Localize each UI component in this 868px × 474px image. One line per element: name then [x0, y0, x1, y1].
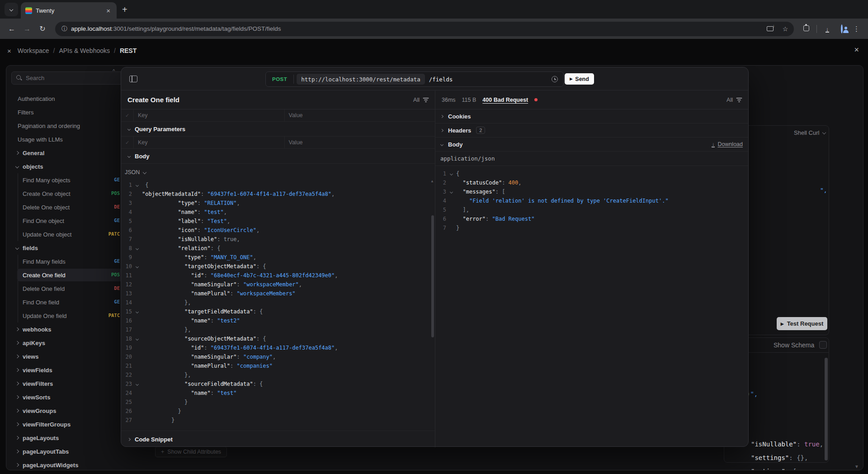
code-line[interactable]: 4 "name": "test",: [121, 208, 435, 217]
sidebar-item-pagelayouttabs[interactable]: pageLayoutTabs: [6, 445, 121, 458]
request-address-bar[interactable]: POST http://localhost:3000/rest/metadata…: [265, 71, 564, 87]
sidebar-item-find-one-field[interactable]: Find One fieldGE: [6, 295, 121, 309]
browser-tab[interactable]: Twenty ×: [21, 2, 117, 19]
breadcrumb-apis-webhooks[interactable]: APIs & Webhooks: [59, 47, 110, 54]
code-line[interactable]: 20 "nameSingular": "company",: [121, 352, 435, 361]
tab-search-button[interactable]: [5, 3, 18, 16]
code-line[interactable]: 6 "error": "Bad Request": [435, 214, 748, 223]
row-enabled-check-icon[interactable]: ✓: [121, 137, 133, 148]
scroll-up-caret-icon[interactable]: ▲: [430, 179, 434, 183]
send-button[interactable]: ▶ Send: [565, 73, 594, 85]
profile-avatar[interactable]: [836, 25, 848, 33]
sidebar-item-viewfiltergroups[interactable]: viewFilterGroups: [6, 417, 121, 431]
code-line[interactable]: 2"objectMetadataId": "69437fe1-6074-4f14…: [121, 190, 435, 199]
sidebar-item-update-one-object[interactable]: Update One objectPATC: [6, 228, 121, 241]
code-line[interactable]: 6 "icon": "IconUserCircle",: [121, 226, 435, 235]
sidebar-item-webhooks[interactable]: webhooks: [6, 322, 121, 336]
response-section-headers[interactable]: Headers 2: [435, 123, 748, 137]
sidebar-item-authentication[interactable]: Authentication: [6, 92, 121, 105]
fold-chevron-icon[interactable]: [446, 169, 456, 178]
base-url-input[interactable]: http://localhost:3000/rest/metadata: [297, 74, 425, 85]
sidebar-item-fields[interactable]: fields: [6, 241, 121, 255]
show-schema-checkbox[interactable]: [819, 341, 827, 349]
row-enabled-check-icon[interactable]: ✓: [121, 109, 133, 121]
key-input[interactable]: Key: [133, 137, 284, 148]
code-line[interactable]: 13 "namePlural": "workspaceMembers": [121, 289, 435, 298]
code-line[interactable]: 1 {: [121, 180, 435, 190]
browser-menu-icon[interactable]: ⋮: [850, 25, 863, 33]
back-button[interactable]: ←: [5, 23, 18, 35]
code-line[interactable]: 3 "messages": [: [435, 187, 748, 196]
sidebar-item-pagelayoutwidgets[interactable]: pageLayoutWidgets: [6, 458, 121, 470]
install-app-icon[interactable]: [764, 25, 776, 33]
sidebar-toggle-icon[interactable]: [129, 76, 137, 82]
sidebar-item-pagelayouts[interactable]: pageLayouts: [6, 431, 121, 445]
code-line[interactable]: 5 ],: [435, 205, 748, 214]
request-body-editor[interactable]: 1 {2"objectMetadataId": "69437fe1-6074-4…: [121, 180, 435, 425]
code-line[interactable]: 17 },: [121, 325, 435, 334]
code-line[interactable]: 21 "namePlural": "companies": [121, 361, 435, 370]
key-input[interactable]: Key: [133, 109, 284, 121]
sidebar-item-find-many-fields[interactable]: Find Many fieldsGE: [6, 255, 121, 268]
sidebar-item-viewsorts[interactable]: viewSorts: [6, 390, 121, 404]
breadcrumb-workspace[interactable]: Workspace: [18, 47, 49, 54]
sidebar-item-viewfilters[interactable]: viewFilters: [6, 377, 121, 390]
code-line[interactable]: 9 "type": "MANY_TO_ONE",: [121, 253, 435, 262]
close-icon[interactable]: ×: [7, 47, 11, 55]
sidebar-item-viewgroups[interactable]: viewGroups: [6, 404, 121, 417]
show-child-attributes-button[interactable]: + Show Child Attributes: [155, 446, 227, 457]
fold-chevron-icon[interactable]: [132, 262, 142, 271]
code-line[interactable]: 3 "type": "RELATION",: [121, 199, 435, 208]
sidebar-item-filters[interactable]: Filters: [6, 105, 121, 119]
code-line[interactable]: 14 },: [121, 298, 435, 307]
test-request-button[interactable]: ▶ Test Request: [777, 317, 827, 330]
fold-chevron-icon[interactable]: [132, 307, 142, 316]
sidebar-item-objects[interactable]: objects: [6, 160, 121, 173]
fold-chevron-icon[interactable]: [132, 334, 142, 343]
code-line[interactable]: 18 "sourceObjectMetadata": {: [121, 334, 435, 343]
code-line[interactable]: 1{: [435, 169, 748, 178]
bookmark-star-icon[interactable]: ☆: [779, 25, 791, 33]
history-clock-icon[interactable]: [552, 76, 558, 82]
tab-close-icon[interactable]: ×: [104, 6, 112, 15]
forward-button[interactable]: →: [21, 23, 33, 35]
search-input[interactable]: Search: [11, 71, 134, 85]
fold-chevron-icon[interactable]: [132, 180, 142, 190]
value-input[interactable]: Value: [284, 109, 435, 121]
page-close-icon[interactable]: ×: [854, 45, 859, 55]
sidebar-item-update-one-field[interactable]: Update One fieldPATC: [6, 309, 121, 322]
response-filter-button[interactable]: All: [726, 97, 742, 103]
sidebar-item-create-one-field[interactable]: Create One fieldPOS: [6, 268, 121, 282]
code-line[interactable]: 23 "sourceFieldMetadata": {: [121, 379, 435, 389]
sidebar-item-delete-one-object[interactable]: Delete One objectDE: [6, 200, 121, 214]
address-bar[interactable]: ⓘ apple.localhost:3001/settings/playgrou…: [55, 22, 794, 36]
site-info-icon[interactable]: ⓘ: [61, 25, 67, 33]
code-line[interactable]: 15 "targetFieldMetadata": {: [121, 307, 435, 316]
request-scrollbar[interactable]: [431, 215, 434, 337]
language-select[interactable]: Shell Curl: [794, 128, 826, 137]
code-line[interactable]: 27 }: [121, 416, 435, 425]
path-input[interactable]: /fields: [425, 76, 552, 83]
response-section-body[interactable]: Body ↓ Download: [435, 137, 748, 152]
sidebar-item-delete-one-field[interactable]: Delete One fieldDE: [6, 282, 121, 295]
fold-chevron-icon[interactable]: [446, 187, 456, 196]
code-line[interactable]: 11 "id": "68e40ecf-4b7c-4321-a445-802fd4…: [121, 271, 435, 280]
new-tab-button[interactable]: +: [122, 5, 127, 15]
extensions-icon[interactable]: [800, 25, 812, 33]
response-section-cookies[interactable]: Cookies: [435, 109, 748, 123]
value-input[interactable]: Value: [284, 137, 435, 148]
fold-chevron-icon[interactable]: [132, 379, 142, 389]
reload-button[interactable]: ↻: [36, 23, 49, 35]
sidebar-item-find-one-object[interactable]: Find One objectGE: [6, 214, 121, 228]
section-query-parameters[interactable]: Query Parameters: [121, 122, 435, 137]
code-line[interactable]: 7}: [435, 223, 748, 232]
sidebar-item-apikeys[interactable]: apiKeys: [6, 336, 121, 350]
sidebar-item-create-one-object[interactable]: Create One objectPOS: [6, 187, 121, 200]
response-body-viewer[interactable]: 1{2 "statusCode": 400,3 "messages": [4 "…: [435, 166, 748, 232]
body-type-select[interactable]: JSON: [121, 164, 435, 180]
code-line[interactable]: 5 "label": "Test",: [121, 217, 435, 226]
code-line[interactable]: 10 "targetObjectMetadata": {: [121, 262, 435, 271]
sidebar-item-usage-with-llms[interactable]: Usage with LLMs: [6, 133, 121, 146]
code-line[interactable]: 2 "statusCode": 400,: [435, 178, 748, 187]
code-line[interactable]: 7 "isNullable": true,: [121, 235, 435, 244]
